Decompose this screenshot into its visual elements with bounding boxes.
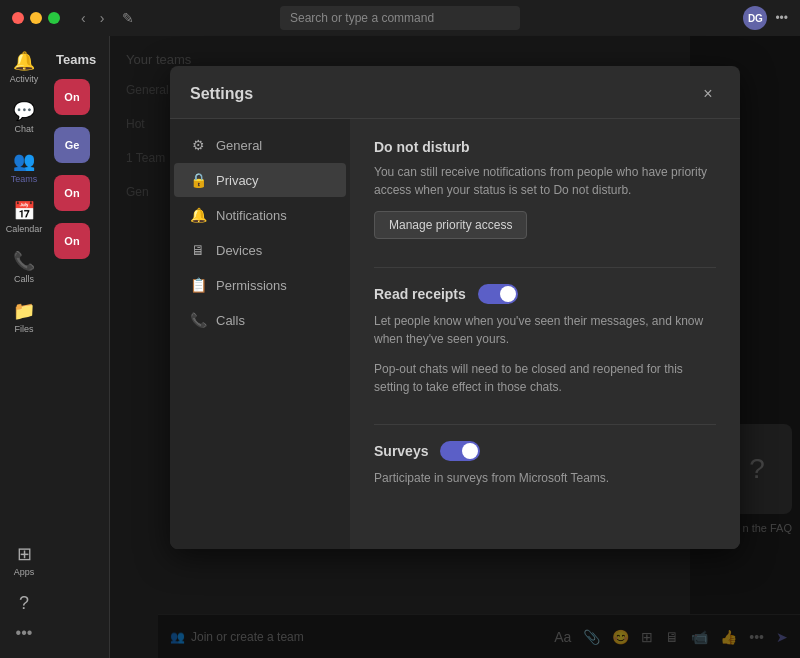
calls-nav-label: Calls [216,313,245,328]
permissions-nav-label: Permissions [216,278,287,293]
more-options-icon[interactable]: ••• [775,11,788,25]
content-area: Your teams General Hot 1 Team Gen Settin… [110,36,800,658]
surveys-label: Surveys [374,443,428,459]
teams-panel: Teams On Ge On On [48,36,110,658]
search-bar[interactable]: Search or type a command [280,6,520,30]
sidebar-bottom: ⊞ Apps ? ••• [0,537,48,658]
read-receipts-toggle[interactable] [478,284,518,304]
more-apps-icon: ⊞ [17,543,32,565]
settings-content: Do not disturb You can still receive not… [350,119,740,549]
notifications-nav-label: Notifications [216,208,287,223]
team-avatar-2[interactable]: Ge [54,127,90,163]
privacy-nav-label: Privacy [216,173,259,188]
settings-nav: ⚙ General 🔒 Privacy 🔔 Notifications 🖥 De… [170,119,350,549]
read-receipts-desc1: Let people know when you've seen their m… [374,312,716,348]
settings-close-button[interactable]: × [696,82,720,106]
sidebar-help[interactable]: ? [4,587,44,620]
sidebar-item-calls[interactable]: 📞 Calls [4,244,44,290]
permissions-icon: 📋 [190,277,206,293]
maximize-traffic-light[interactable] [48,12,60,24]
manage-priority-access-button[interactable]: Manage priority access [374,211,527,239]
read-receipts-desc2: Pop-out chats will need to be closed and… [374,360,716,396]
more-apps-label: Apps [14,567,35,577]
nav-buttons: ‹ › ✎ [76,8,139,28]
settings-body: ⚙ General 🔒 Privacy 🔔 Notifications 🖥 De… [170,119,740,549]
read-receipts-label: Read receipts [374,286,466,302]
surveys-slider [440,441,480,461]
read-receipts-toggle-row: Read receipts [374,284,716,304]
settings-title: Settings [190,85,253,103]
surveys-toggle-row: Surveys [374,441,716,461]
teams-icon: 👥 [13,150,35,172]
sidebar-overflow[interactable]: ••• [16,624,33,642]
back-button[interactable]: ‹ [76,8,91,28]
sidebar-item-teams[interactable]: 👥 Teams [4,144,44,190]
sidebar-item-files[interactable]: 📁 Files [4,294,44,340]
devices-icon: 🖥 [190,242,206,258]
calls-icon: 📞 [13,250,35,272]
read-receipts-slider [478,284,518,304]
calendar-icon: 📅 [13,200,35,222]
forward-button[interactable]: › [95,8,110,28]
minimize-traffic-light[interactable] [30,12,42,24]
activity-label: Activity [10,74,39,84]
close-traffic-light[interactable] [12,12,24,24]
traffic-lights [12,12,60,24]
help-icon: ? [19,593,29,614]
compose-button[interactable]: ✎ [117,8,139,28]
files-icon: 📁 [13,300,35,322]
settings-modal: Settings × ⚙ General 🔒 Privacy 🔔 [170,66,740,549]
notifications-icon: 🔔 [190,207,206,223]
do-not-disturb-section: Do not disturb You can still receive not… [374,139,716,239]
teams-panel-title: Teams [48,44,109,79]
divider-2 [374,424,716,425]
general-icon: ⚙ [190,137,206,153]
sidebar-item-calendar[interactable]: 📅 Calendar [4,194,44,240]
chat-label: Chat [14,124,33,134]
surveys-desc: Participate in surveys from Microsoft Te… [374,469,716,487]
settings-nav-permissions[interactable]: 📋 Permissions [174,268,346,302]
title-bar: ‹ › ✎ Search or type a command DG ••• [0,0,800,36]
sidebar-item-activity[interactable]: 🔔 Activity [4,44,44,90]
user-area: DG ••• [743,6,788,30]
general-nav-label: General [216,138,262,153]
team-avatar-1[interactable]: On [54,79,90,115]
surveys-toggle[interactable] [440,441,480,461]
do-not-disturb-desc: You can still receive notifications from… [374,163,716,199]
calls-label: Calls [14,274,34,284]
sidebar-item-chat[interactable]: 💬 Chat [4,94,44,140]
files-label: Files [14,324,33,334]
read-receipts-section: Read receipts Let people know when you'v… [374,284,716,396]
sidebar-more-apps[interactable]: ⊞ Apps [4,537,44,583]
chat-icon: 💬 [13,100,35,122]
surveys-section: Surveys Participate in surveys from Micr… [374,441,716,487]
privacy-icon: 🔒 [190,172,206,188]
search-placeholder: Search or type a command [290,11,434,25]
settings-nav-privacy[interactable]: 🔒 Privacy [174,163,346,197]
settings-nav-calls[interactable]: 📞 Calls [174,303,346,337]
settings-nav-general[interactable]: ⚙ General [174,128,346,162]
divider-1 [374,267,716,268]
settings-nav-devices[interactable]: 🖥 Devices [174,233,346,267]
teams-list: On Ge On On [48,79,109,259]
team-avatar-3[interactable]: On [54,175,90,211]
activity-icon: 🔔 [13,50,35,72]
do-not-disturb-title: Do not disturb [374,139,716,155]
settings-header: Settings × [170,66,740,119]
main-layout: 🔔 Activity 💬 Chat 👥 Teams 📅 Calendar 📞 C… [0,36,800,658]
settings-nav-notifications[interactable]: 🔔 Notifications [174,198,346,232]
calls-settings-icon: 📞 [190,312,206,328]
devices-nav-label: Devices [216,243,262,258]
teams-label: Teams [11,174,38,184]
calendar-label: Calendar [6,224,43,234]
sidebar-icons: 🔔 Activity 💬 Chat 👥 Teams 📅 Calendar 📞 C… [0,36,48,658]
user-avatar[interactable]: DG [743,6,767,30]
team-avatar-4[interactable]: On [54,223,90,259]
